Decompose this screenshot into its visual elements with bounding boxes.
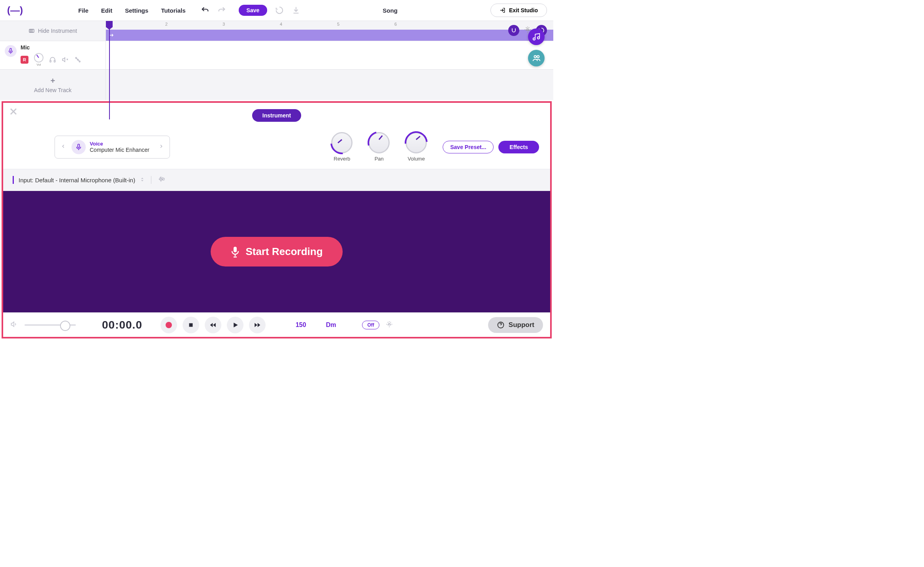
top-bar: (—) File Edit Settings Tutorials Save So… <box>0 0 553 21</box>
collab-fab-icon[interactable] <box>528 50 545 66</box>
track-name: Mic <box>21 44 101 51</box>
reverb-label: Reverb <box>334 156 350 162</box>
hide-instrument-button[interactable]: Hide Instrument <box>0 21 106 41</box>
support-label: Support <box>509 321 534 329</box>
tempo-value[interactable]: 150 <box>296 321 306 329</box>
pan-knob[interactable]: Pan <box>368 132 390 162</box>
mic-icon <box>5 45 17 57</box>
preset-selector[interactable]: Voice Computer Mic Enhancer <box>55 136 170 159</box>
chevron-left-icon[interactable] <box>59 142 68 152</box>
input-bar: Input: Default - Internal Microphone (Bu… <box>3 169 550 191</box>
loops-fab-icon[interactable] <box>528 28 545 45</box>
effects-button[interactable]: Effects <box>498 141 539 153</box>
transport-bar: 00:00.0 150 Dm Off Support <box>3 312 550 337</box>
record-arm-badge[interactable]: R <box>21 56 28 64</box>
transport-settings-icon[interactable] <box>386 321 393 329</box>
ruler-mark: 5 <box>337 22 339 26</box>
menu-tutorials[interactable]: Tutorials <box>161 7 185 14</box>
vol-label: Vol <box>34 63 43 66</box>
chevron-right-icon[interactable] <box>157 142 166 152</box>
workspace: Hide Instrument Mic R Vol + Add New Trac… <box>0 21 553 100</box>
svg-point-5 <box>79 61 80 62</box>
timeline-ruler[interactable]: 2 3 4 5 6 <box>106 21 553 41</box>
time-display: 00:00.0 <box>102 319 142 331</box>
svg-point-8 <box>534 56 537 58</box>
ruler-mark: 6 <box>394 22 397 26</box>
pan-label: Pan <box>375 156 384 162</box>
svg-rect-10 <box>78 144 80 147</box>
svg-rect-13 <box>189 323 192 327</box>
undo-icon[interactable] <box>201 6 209 15</box>
instrument-tab[interactable]: Instrument <box>252 109 301 122</box>
svg-point-9 <box>537 56 539 58</box>
record-button[interactable] <box>160 317 177 333</box>
save-button[interactable]: Save <box>239 5 268 16</box>
track-sidebar: Hide Instrument Mic R Vol + Add New Trac… <box>0 21 106 100</box>
track-row[interactable]: Mic R Vol <box>0 41 106 70</box>
play-button[interactable] <box>227 317 243 333</box>
volume-slider[interactable] <box>25 324 76 326</box>
rewind-button[interactable] <box>205 317 221 333</box>
mic-icon <box>72 140 86 154</box>
preset-category: Voice <box>90 141 149 147</box>
input-selector[interactable]: Input: Default - Internal Microphone (Bu… <box>19 177 135 183</box>
ruler-mark: 4 <box>280 22 282 26</box>
plus-icon: + <box>51 76 55 85</box>
menu-settings[interactable]: Settings <box>125 7 148 14</box>
reverb-knob[interactable]: Reverb <box>331 132 353 162</box>
playhead[interactable] <box>106 21 113 119</box>
volume-label: Volume <box>408 156 425 162</box>
hide-instrument-label: Hide Instrument <box>38 28 77 34</box>
menu-edit[interactable]: Edit <box>101 7 112 14</box>
fx-icon[interactable] <box>74 56 81 63</box>
svg-point-6 <box>77 59 79 60</box>
add-track-label: Add New Track <box>34 87 72 93</box>
song-title[interactable]: Song <box>383 7 398 14</box>
svg-point-14 <box>388 323 390 325</box>
preset-name: Computer Mic Enhancer <box>90 147 149 153</box>
menu-file[interactable]: File <box>78 7 89 14</box>
floating-buttons <box>528 28 545 66</box>
svg-rect-2 <box>50 60 51 62</box>
download-icon <box>292 6 300 15</box>
main-menu: File Edit Settings Tutorials <box>78 7 186 14</box>
close-icon[interactable] <box>9 107 18 116</box>
exit-label: Exit Studio <box>509 7 538 13</box>
add-track-button[interactable]: + Add New Track <box>0 70 106 100</box>
key-value[interactable]: Dm <box>326 321 336 329</box>
divider <box>13 176 14 184</box>
exit-studio-button[interactable]: Exit Studio <box>490 4 547 17</box>
logo-icon: (—) <box>6 5 24 16</box>
timeline[interactable]: 2 3 4 5 6 <box>106 21 553 100</box>
input-chevrons-icon[interactable] <box>140 176 145 184</box>
redo-icon <box>217 6 226 15</box>
svg-point-4 <box>75 57 77 59</box>
svg-rect-12 <box>234 247 237 252</box>
volume-knob-small[interactable]: Vol <box>34 53 43 66</box>
forward-button[interactable] <box>249 317 266 333</box>
recording-area: Start Recording <box>3 191 550 312</box>
ruler-mark: 2 <box>165 22 168 26</box>
save-preset-button[interactable]: Save Preset... <box>443 141 494 153</box>
svg-rect-3 <box>54 60 55 62</box>
mute-icon[interactable] <box>62 56 69 63</box>
volume-knob[interactable]: Volume <box>405 132 427 162</box>
instrument-panel: Instrument Voice Computer Mic Enhancer R… <box>2 101 552 338</box>
start-recording-label: Start Recording <box>245 246 322 258</box>
support-button[interactable]: Support <box>488 317 543 333</box>
speaker-icon[interactable] <box>10 320 18 330</box>
snap-icon[interactable] <box>508 25 519 36</box>
revert-icon <box>275 6 284 15</box>
headphones-icon[interactable] <box>49 56 56 63</box>
input-settings-icon[interactable] <box>158 175 166 185</box>
metronome-toggle[interactable]: Off <box>362 321 379 329</box>
svg-rect-1 <box>10 48 11 51</box>
start-recording-button[interactable]: Start Recording <box>211 237 342 266</box>
track-lane[interactable] <box>106 41 553 70</box>
ruler-mark: 3 <box>223 22 225 26</box>
stop-button[interactable] <box>183 317 199 333</box>
